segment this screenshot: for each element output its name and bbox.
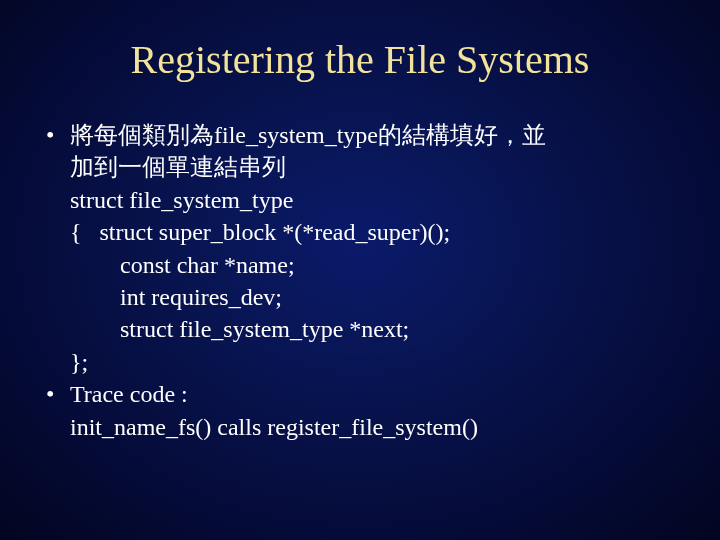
bullet-icon: •: [40, 119, 70, 151]
brace-close: };: [70, 346, 680, 378]
bullet-item-1: • 將每個類別為file_system_type的結構填好，並 加到一個單連結串…: [40, 119, 680, 184]
slide-title: Registering the File Systems: [40, 36, 680, 83]
brace-open: {: [70, 219, 82, 245]
bullet-body-1: 將每個類別為file_system_type的結構填好，並 加到一個單連結串列: [70, 119, 680, 184]
bullet-item-2: • Trace code : init_name_fs() calls regi…: [40, 378, 680, 443]
struct-body: { struct super_block *(*read_super)(); c…: [40, 216, 680, 378]
bullet-body-2: Trace code : init_name_fs() calls regist…: [70, 378, 680, 443]
struct-field: struct super_block *(*read_super)();: [100, 219, 451, 245]
text-line: Trace code :: [70, 378, 680, 410]
struct-field: int requires_dev;: [70, 281, 680, 313]
slide-content: • 將每個類別為file_system_type的結構填好，並 加到一個單連結串…: [40, 119, 680, 443]
struct-field: const char *name;: [70, 249, 680, 281]
struct-decl: struct file_system_type: [40, 184, 680, 216]
bullet-icon: •: [40, 378, 70, 410]
text-line: 將每個類別為file_system_type的結構填好，並: [70, 119, 680, 151]
text-line: struct file_system_type: [70, 184, 680, 216]
text-line: init_name_fs() calls register_file_syste…: [70, 411, 680, 443]
text-line: 加到一個單連結串列: [70, 151, 680, 183]
struct-field: struct file_system_type *next;: [70, 313, 680, 345]
text-line: { struct super_block *(*read_super)();: [70, 216, 680, 248]
slide: Registering the File Systems • 將每個類別為fil…: [0, 0, 720, 540]
